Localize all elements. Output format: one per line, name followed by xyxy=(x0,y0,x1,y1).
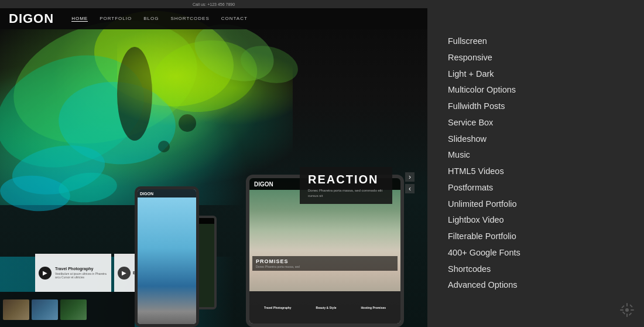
nav-link-portfolio[interactable]: PORTFOLIO xyxy=(100,16,132,22)
svg-rect-21 xyxy=(629,304,633,308)
deco-icon xyxy=(619,302,635,318)
feature-item: Responsive xyxy=(448,50,624,66)
portfolio-thumb-2[interactable] xyxy=(32,299,58,320)
feature-item: Advanced Options xyxy=(448,277,624,294)
portfolio-thumb-3[interactable] xyxy=(60,299,87,320)
beauty-card-icon: ▶ xyxy=(118,267,131,280)
svg-rect-18 xyxy=(621,305,625,309)
svg-point-12 xyxy=(158,141,170,152)
feature-item: Shortcodes xyxy=(448,261,624,278)
slide-arrow-down[interactable]: ‹ xyxy=(405,184,415,193)
tablet-footer-item-2: Beauty & Style xyxy=(316,306,337,309)
portfolio-strip xyxy=(0,292,135,327)
site-navbar: DIGON HOME PORTFOLIO BLOG SHORTCODES CON… xyxy=(0,8,427,29)
phone-topbar: DIGON xyxy=(138,189,196,197)
feature-item: HTML5 Videos xyxy=(448,164,624,180)
topbar-text: Call us: +123 456 7890 xyxy=(193,2,235,6)
nav-link-contact[interactable]: CONTACT xyxy=(221,16,248,22)
feature-item: Unlimited Portfolio xyxy=(448,196,624,213)
feature-item: Multicolor Options xyxy=(448,82,624,98)
portfolio-thumb-1[interactable] xyxy=(3,299,29,320)
promises-title: PROMISES xyxy=(256,258,394,264)
site-logo: DIGON xyxy=(9,11,54,26)
phone-screen: DIGON xyxy=(138,189,196,324)
travel-card-content: Travel Photography Vestibulum at ipsum u… xyxy=(55,267,108,280)
footer-item-title-2: Beauty & Style xyxy=(316,306,337,309)
nav-link-blog[interactable]: BLOG xyxy=(143,16,159,22)
svg-point-13 xyxy=(625,308,629,312)
feature-item: Music xyxy=(448,147,624,164)
footer-item-title-1: Travel Photography xyxy=(264,306,292,309)
phone-logo: DIGON xyxy=(140,192,153,196)
reaction-text: Donec Pharetra porta massa, sed commodo … xyxy=(308,188,384,198)
nav-link-home[interactable]: HOME xyxy=(71,16,88,22)
feature-item: Postformats xyxy=(448,180,624,196)
promises-box: PROMISES Donec Pharetra porta massa, sed xyxy=(252,256,398,271)
phone-device: DIGON xyxy=(135,186,199,327)
svg-rect-15 xyxy=(626,314,628,317)
travel-card: ▶ Travel Photography Vestibulum at ipsum… xyxy=(35,254,111,292)
feature-item: Lightbox Video xyxy=(448,212,624,229)
preview-panel: Call us: +123 456 7890 DIGON HOME PORTFO… xyxy=(0,0,427,327)
svg-rect-20 xyxy=(622,311,626,315)
promises-text: Donec Pharetra porta massa, sed xyxy=(256,265,394,268)
feature-item: Fullwidth Posts xyxy=(448,98,624,115)
feature-item: Filterable Portfolio xyxy=(448,229,624,245)
svg-rect-14 xyxy=(626,303,628,306)
site-topbar: Call us: +123 456 7890 xyxy=(0,0,427,8)
site-nav-links: HOME PORTFOLIO BLOG SHORTCODES CONTACT xyxy=(71,16,248,22)
svg-point-11 xyxy=(179,114,196,132)
travel-card-text: Vestibulum at ipsum ultrices in Pharetra… xyxy=(55,272,108,280)
nav-link-shortcodes[interactable]: SHORTCODES xyxy=(170,16,209,22)
tablet-footer-item-1: Travel Photography xyxy=(264,306,292,309)
phone-bird-area xyxy=(138,197,196,324)
footer-item-title-3: Hosting Promises xyxy=(361,306,386,309)
feature-item: 400+ Google Fonts xyxy=(448,245,624,261)
svg-point-5 xyxy=(117,47,152,141)
feature-item: Service Box xyxy=(448,115,624,131)
svg-rect-19 xyxy=(629,312,632,316)
slide-arrow-up[interactable]: › xyxy=(405,172,415,182)
feature-item: Light + Dark xyxy=(448,66,624,83)
tablet-footer-item-3: Hosting Promises xyxy=(361,306,386,309)
tablet-footer-nav: Travel Photography Beauty & Style Hostin… xyxy=(249,291,400,323)
reaction-title: REACTION xyxy=(308,173,384,186)
features-panel: FullscreenResponsiveLight + DarkMulticol… xyxy=(427,0,644,327)
travel-card-title: Travel Photography xyxy=(55,267,108,271)
svg-rect-17 xyxy=(631,309,634,311)
travel-card-icon: ▶ xyxy=(39,267,52,280)
features-list: FullscreenResponsiveLight + DarkMulticol… xyxy=(448,33,624,294)
reaction-box: REACTION Donec Pharetra porta massa, sed… xyxy=(300,167,392,204)
feature-item: Fullscreen xyxy=(448,33,624,50)
svg-rect-16 xyxy=(620,309,624,311)
feature-item: Slideshow xyxy=(448,131,624,148)
